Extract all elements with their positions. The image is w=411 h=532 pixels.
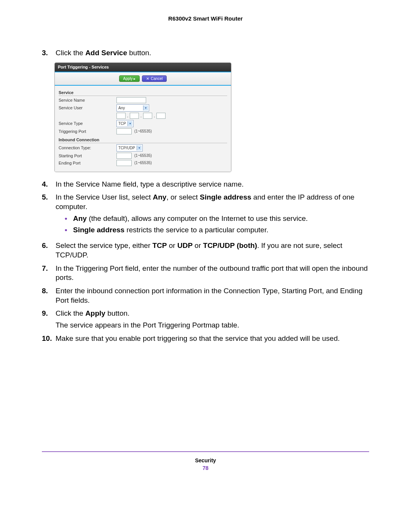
inbound-section-header: Inbound Connection bbox=[59, 137, 227, 143]
page-footer: Security 78 bbox=[42, 451, 369, 471]
step-8: 8. Enter the inbound connection port inf… bbox=[42, 286, 369, 305]
service-name-input[interactable] bbox=[116, 97, 146, 103]
service-type-select[interactable]: TCP ▾ bbox=[116, 120, 134, 127]
step-text: In the Service Name field, type a descri… bbox=[56, 180, 369, 189]
step-number: 4. bbox=[42, 180, 56, 189]
step-number: 7. bbox=[42, 264, 56, 283]
row-starting-port: Starting Port (1~65535) bbox=[59, 153, 227, 159]
row-service-user: Service User Any ▾ bbox=[59, 104, 227, 112]
port-triggering-screenshot: Port Triggering - Services Apply ▸ ✕ Can… bbox=[54, 62, 231, 172]
bullet-icon: • bbox=[65, 214, 73, 224]
close-icon: ✕ bbox=[146, 77, 149, 81]
step-number: 3. bbox=[42, 48, 56, 58]
step-9: 9. Click the Apply button. The service a… bbox=[42, 309, 369, 330]
bold-text: Any bbox=[153, 193, 167, 201]
step-text: Click the Apply button. The service appe… bbox=[56, 309, 369, 330]
row-service-type: Service Type TCP ▾ bbox=[59, 120, 227, 127]
label-service-type: Service Type bbox=[59, 121, 116, 126]
ip-address-field: . . . bbox=[116, 113, 166, 119]
triggering-port-input[interactable] bbox=[116, 128, 132, 134]
service-user-select[interactable]: Any ▾ bbox=[116, 104, 149, 112]
bullet-any: • Any (the default), allows any computer… bbox=[56, 214, 369, 224]
footer-page-number: 78 bbox=[42, 465, 369, 471]
step-number: 10. bbox=[42, 334, 56, 343]
bold-text: TCP/UDP (both) bbox=[203, 241, 257, 249]
label-starting-port: Starting Port bbox=[59, 153, 116, 158]
row-ending-port: Ending Port (1~65535) bbox=[59, 160, 227, 166]
bold-text: Any bbox=[73, 214, 87, 222]
range-hint: (1~65535) bbox=[134, 153, 152, 158]
range-hint: (1~65535) bbox=[134, 161, 152, 165]
row-connection-type: Connection Type: TCP/UDP ▾ bbox=[59, 144, 227, 152]
bullet-icon: • bbox=[65, 225, 73, 235]
chevron-down-icon: ▾ bbox=[143, 105, 148, 110]
starting-port-input[interactable] bbox=[116, 153, 132, 159]
chevron-down-icon: ▾ bbox=[137, 145, 142, 150]
step-number: 9. bbox=[42, 309, 56, 330]
footer-section: Security bbox=[42, 457, 369, 463]
service-user-value: Any bbox=[118, 106, 125, 110]
cancel-button[interactable]: ✕ Cancel bbox=[142, 75, 167, 82]
instruction-list: 3. Click the Add Service button. bbox=[42, 48, 369, 58]
apply-label: Apply ▸ bbox=[123, 77, 136, 81]
step-text: In the Service User list, select Any, or… bbox=[56, 193, 369, 237]
row-ip-address: . . . bbox=[59, 113, 227, 119]
bold-text: UDP bbox=[177, 241, 193, 249]
window-title: Port Triggering - Services bbox=[55, 63, 231, 72]
step-number: 8. bbox=[42, 286, 56, 305]
footer-divider bbox=[42, 451, 369, 452]
connection-type-value: TCP/UDP bbox=[118, 146, 135, 150]
bold-text: Single address bbox=[73, 226, 124, 234]
ip-octet-1[interactable] bbox=[116, 113, 126, 119]
label-connection-type: Connection Type: bbox=[59, 145, 116, 150]
label-service-user: Service User bbox=[59, 105, 116, 110]
step-4: 4. In the Service Name field, type a des… bbox=[42, 180, 369, 189]
bold-text: Add Service bbox=[85, 49, 127, 57]
step-text: Click the Add Service button. bbox=[56, 48, 369, 58]
chevron-down-icon: ▾ bbox=[127, 121, 132, 126]
step-text: Select the service type, either TCP or U… bbox=[56, 241, 369, 260]
ip-octet-2[interactable] bbox=[130, 113, 139, 119]
step-text: Make sure that you enable port triggerin… bbox=[56, 334, 369, 343]
bold-text: Apply bbox=[85, 309, 105, 317]
step-text: In the Triggering Port field, enter the … bbox=[56, 264, 369, 283]
label-ending-port: Ending Port bbox=[59, 161, 116, 165]
label-triggering-port: Triggering Port bbox=[59, 129, 116, 134]
page-title: R6300v2 Smart WiFi Router bbox=[42, 15, 369, 22]
apply-button[interactable]: Apply ▸ bbox=[119, 75, 140, 82]
form-body: Service Service Name Service User Any ▾ … bbox=[55, 86, 231, 172]
step-10: 10. Make sure that you enable port trigg… bbox=[42, 334, 369, 343]
document-page: R6300v2 Smart WiFi Router 3. Click the A… bbox=[0, 0, 411, 532]
bullet-list: • Any (the default), allows any computer… bbox=[56, 214, 369, 235]
step-6: 6. Select the service type, either TCP o… bbox=[42, 241, 369, 260]
step-3: 3. Click the Add Service button. bbox=[42, 48, 369, 58]
toolbar: Apply ▸ ✕ Cancel bbox=[55, 72, 231, 86]
step-9-note: The service appears in the Port Triggeri… bbox=[56, 321, 369, 330]
step-text: Enter the inbound connection port inform… bbox=[56, 286, 369, 305]
bold-text: TCP bbox=[153, 241, 167, 249]
service-type-value: TCP bbox=[118, 121, 126, 126]
ending-port-input[interactable] bbox=[116, 160, 132, 166]
connection-type-select[interactable]: TCP/UDP ▾ bbox=[116, 144, 143, 152]
range-hint: (1~65535) bbox=[134, 129, 152, 133]
step-7: 7. In the Triggering Port field, enter t… bbox=[42, 264, 369, 283]
row-triggering-port: Triggering Port (1~65535) bbox=[59, 128, 227, 134]
service-section-header: Service bbox=[59, 90, 227, 96]
row-service-name: Service Name bbox=[59, 97, 227, 103]
cancel-label: Cancel bbox=[151, 77, 162, 81]
instruction-list-continued: 4. In the Service Name field, type a des… bbox=[42, 180, 369, 343]
ip-octet-3[interactable] bbox=[143, 113, 152, 119]
label-service-name: Service Name bbox=[59, 98, 116, 102]
bold-text: Single address bbox=[200, 193, 251, 201]
step-number: 5. bbox=[42, 193, 56, 237]
step-5: 5. In the Service User list, select Any,… bbox=[42, 193, 369, 237]
step-number: 6. bbox=[42, 241, 56, 260]
ip-octet-4[interactable] bbox=[156, 113, 166, 119]
bullet-single-address: • Single address restricts the service t… bbox=[56, 225, 369, 235]
